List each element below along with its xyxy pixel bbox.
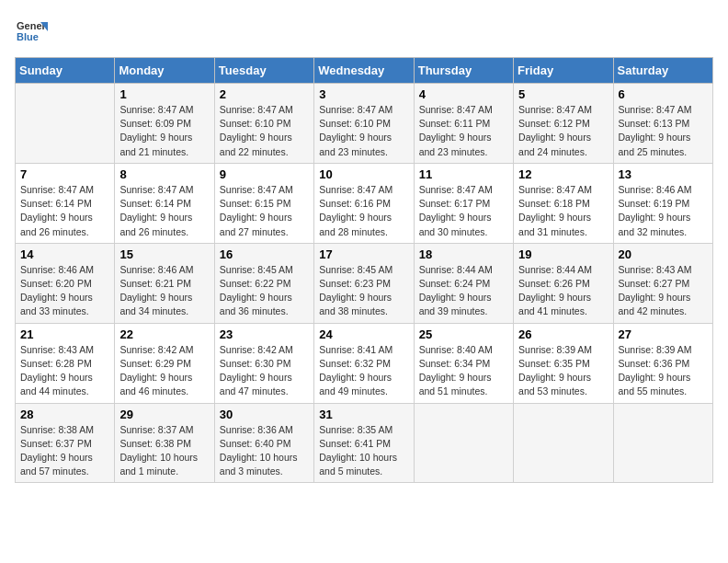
calendar-cell: 2Sunrise: 8:47 AM Sunset: 6:10 PM Daylig… — [214, 84, 313, 164]
day-info: Sunrise: 8:43 AM Sunset: 6:28 PM Dayligh… — [20, 343, 109, 399]
calendar-cell: 8Sunrise: 8:47 AM Sunset: 6:14 PM Daylig… — [115, 163, 214, 243]
day-number: 28 — [20, 408, 109, 421]
day-number: 21 — [20, 327, 109, 341]
day-number: 31 — [319, 408, 408, 421]
calendar-cell: 27Sunrise: 8:39 AM Sunset: 6:36 PM Dayli… — [613, 323, 712, 403]
day-info: Sunrise: 8:45 AM Sunset: 6:22 PM Dayligh… — [220, 263, 309, 319]
day-number: 27 — [619, 327, 708, 341]
calendar-cell: 26Sunrise: 8:39 AM Sunset: 6:35 PM Dayli… — [514, 323, 613, 403]
day-info: Sunrise: 8:47 AM Sunset: 6:15 PM Dayligh… — [220, 183, 309, 239]
day-info: Sunrise: 8:39 AM Sunset: 6:36 PM Dayligh… — [619, 343, 708, 399]
day-number: 19 — [518, 247, 608, 261]
col-header-tuesday: Tuesday — [214, 58, 313, 84]
day-number: 17 — [319, 247, 408, 261]
calendar-table: SundayMondayTuesdayWednesdayThursdayFrid… — [15, 57, 713, 483]
calendar-cell: 10Sunrise: 8:47 AM Sunset: 6:16 PM Dayli… — [314, 163, 414, 243]
day-info: Sunrise: 8:47 AM Sunset: 6:12 PM Dayligh… — [518, 103, 608, 159]
logo-icon: General Blue — [15, 15, 48, 48]
svg-text:Blue: Blue — [17, 31, 39, 42]
calendar-cell: 18Sunrise: 8:44 AM Sunset: 6:24 PM Dayli… — [414, 243, 513, 323]
day-info: Sunrise: 8:45 AM Sunset: 6:23 PM Dayligh… — [319, 263, 408, 319]
day-info: Sunrise: 8:42 AM Sunset: 6:30 PM Dayligh… — [220, 343, 309, 399]
day-info: Sunrise: 8:47 AM Sunset: 6:10 PM Dayligh… — [319, 103, 408, 159]
day-info: Sunrise: 8:43 AM Sunset: 6:27 PM Dayligh… — [619, 263, 708, 319]
col-header-sunday: Sunday — [16, 58, 115, 84]
day-info: Sunrise: 8:46 AM Sunset: 6:19 PM Dayligh… — [619, 183, 708, 239]
day-number: 22 — [119, 327, 209, 341]
week-row-1: 1Sunrise: 8:47 AM Sunset: 6:09 PM Daylig… — [16, 84, 713, 164]
calendar-cell: 9Sunrise: 8:47 AM Sunset: 6:15 PM Daylig… — [214, 163, 313, 243]
calendar-cell — [514, 403, 613, 483]
calendar-cell: 1Sunrise: 8:47 AM Sunset: 6:09 PM Daylig… — [115, 84, 214, 164]
week-row-2: 7Sunrise: 8:47 AM Sunset: 6:14 PM Daylig… — [16, 163, 713, 243]
col-header-wednesday: Wednesday — [314, 58, 414, 84]
day-info: Sunrise: 8:47 AM Sunset: 6:14 PM Dayligh… — [119, 183, 209, 239]
day-info: Sunrise: 8:47 AM Sunset: 6:16 PM Dayligh… — [319, 183, 408, 239]
day-info: Sunrise: 8:35 AM Sunset: 6:41 PM Dayligh… — [319, 423, 408, 479]
col-header-friday: Friday — [514, 58, 613, 84]
day-info: Sunrise: 8:47 AM Sunset: 6:10 PM Dayligh… — [220, 103, 309, 159]
calendar-cell: 31Sunrise: 8:35 AM Sunset: 6:41 PM Dayli… — [314, 403, 414, 483]
day-number: 9 — [220, 167, 309, 181]
day-info: Sunrise: 8:36 AM Sunset: 6:40 PM Dayligh… — [220, 423, 309, 479]
day-number: 13 — [619, 167, 708, 181]
day-number: 8 — [119, 167, 209, 181]
week-row-5: 28Sunrise: 8:38 AM Sunset: 6:37 PM Dayli… — [16, 403, 713, 483]
calendar-cell: 23Sunrise: 8:42 AM Sunset: 6:30 PM Dayli… — [214, 323, 313, 403]
calendar-cell: 5Sunrise: 8:47 AM Sunset: 6:12 PM Daylig… — [514, 84, 613, 164]
calendar-cell: 24Sunrise: 8:41 AM Sunset: 6:32 PM Dayli… — [314, 323, 414, 403]
col-header-thursday: Thursday — [414, 58, 513, 84]
day-info: Sunrise: 8:42 AM Sunset: 6:29 PM Dayligh… — [119, 343, 209, 399]
calendar-cell: 15Sunrise: 8:46 AM Sunset: 6:21 PM Dayli… — [115, 243, 214, 323]
calendar-cell — [16, 84, 115, 164]
day-number: 20 — [619, 247, 708, 261]
day-number: 14 — [20, 247, 109, 261]
day-number: 7 — [20, 167, 109, 181]
calendar-cell: 11Sunrise: 8:47 AM Sunset: 6:17 PM Dayli… — [414, 163, 513, 243]
calendar-cell: 28Sunrise: 8:38 AM Sunset: 6:37 PM Dayli… — [16, 403, 115, 483]
day-info: Sunrise: 8:41 AM Sunset: 6:32 PM Dayligh… — [319, 343, 408, 399]
day-info: Sunrise: 8:47 AM Sunset: 6:14 PM Dayligh… — [20, 183, 109, 239]
calendar-cell: 21Sunrise: 8:43 AM Sunset: 6:28 PM Dayli… — [16, 323, 115, 403]
day-info: Sunrise: 8:47 AM Sunset: 6:13 PM Dayligh… — [619, 103, 708, 159]
day-number: 29 — [119, 408, 209, 421]
calendar-cell: 14Sunrise: 8:46 AM Sunset: 6:20 PM Dayli… — [16, 243, 115, 323]
day-number: 1 — [119, 87, 209, 101]
day-number: 16 — [220, 247, 309, 261]
day-info: Sunrise: 8:37 AM Sunset: 6:38 PM Dayligh… — [119, 423, 209, 479]
col-header-monday: Monday — [115, 58, 214, 84]
day-number: 4 — [419, 87, 508, 101]
calendar-cell: 4Sunrise: 8:47 AM Sunset: 6:11 PM Daylig… — [414, 84, 513, 164]
day-info: Sunrise: 8:46 AM Sunset: 6:20 PM Dayligh… — [20, 263, 109, 319]
day-number: 15 — [119, 247, 209, 261]
day-number: 23 — [220, 327, 309, 341]
calendar-cell: 7Sunrise: 8:47 AM Sunset: 6:14 PM Daylig… — [16, 163, 115, 243]
calendar-cell: 29Sunrise: 8:37 AM Sunset: 6:38 PM Dayli… — [115, 403, 214, 483]
day-number: 3 — [319, 87, 408, 101]
day-info: Sunrise: 8:38 AM Sunset: 6:37 PM Dayligh… — [20, 423, 109, 479]
col-header-saturday: Saturday — [613, 58, 712, 84]
day-number: 25 — [419, 327, 508, 341]
day-info: Sunrise: 8:39 AM Sunset: 6:35 PM Dayligh… — [518, 343, 608, 399]
calendar-cell — [613, 403, 712, 483]
day-info: Sunrise: 8:47 AM Sunset: 6:11 PM Dayligh… — [419, 103, 508, 159]
calendar-cell — [414, 403, 513, 483]
day-info: Sunrise: 8:46 AM Sunset: 6:21 PM Dayligh… — [119, 263, 209, 319]
week-row-4: 21Sunrise: 8:43 AM Sunset: 6:28 PM Dayli… — [16, 323, 713, 403]
day-info: Sunrise: 8:44 AM Sunset: 6:24 PM Dayligh… — [419, 263, 508, 319]
day-info: Sunrise: 8:47 AM Sunset: 6:18 PM Dayligh… — [518, 183, 608, 239]
calendar-cell: 13Sunrise: 8:46 AM Sunset: 6:19 PM Dayli… — [613, 163, 712, 243]
day-number: 26 — [518, 327, 608, 341]
week-row-3: 14Sunrise: 8:46 AM Sunset: 6:20 PM Dayli… — [16, 243, 713, 323]
calendar-cell: 19Sunrise: 8:44 AM Sunset: 6:26 PM Dayli… — [514, 243, 613, 323]
day-number: 5 — [518, 87, 608, 101]
header: General Blue — [15, 15, 713, 48]
day-number: 30 — [220, 408, 309, 421]
day-info: Sunrise: 8:47 AM Sunset: 6:09 PM Dayligh… — [119, 103, 209, 159]
day-info: Sunrise: 8:40 AM Sunset: 6:34 PM Dayligh… — [419, 343, 508, 399]
svg-text:General: General — [17, 20, 48, 31]
day-info: Sunrise: 8:47 AM Sunset: 6:17 PM Dayligh… — [419, 183, 508, 239]
day-number: 10 — [319, 167, 408, 181]
header-row: SundayMondayTuesdayWednesdayThursdayFrid… — [16, 58, 713, 84]
calendar-cell: 20Sunrise: 8:43 AM Sunset: 6:27 PM Dayli… — [613, 243, 712, 323]
